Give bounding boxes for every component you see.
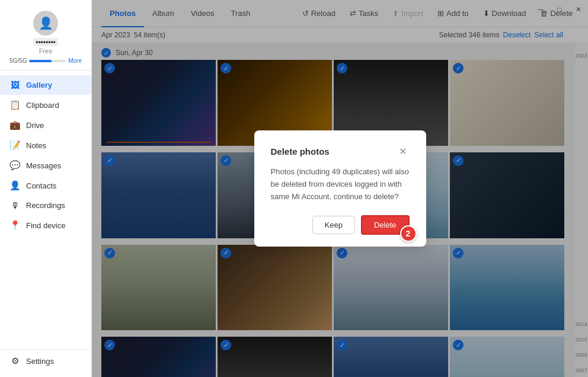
storage-bar-fill [29,60,51,62]
profile-tier: Free [39,47,53,55]
settings-label: Settings [26,357,54,366]
clipboard-icon: 📋 [9,100,20,110]
delete-confirm-button[interactable]: Delete 2 [361,215,410,235]
drive-icon: 💼 [9,120,20,130]
modal-body: Photos (including 49 duplicates) will al… [271,166,410,203]
find-device-icon: 📍 [9,220,20,231]
storage-label: 5G/5G [9,57,27,64]
contacts-icon: 👤 [9,180,20,191]
delete-confirm-label: Delete [374,221,397,229]
sidebar: 👤 •••••••• Free 5G/5G More 🖼 Gallery 📋 C… [0,0,92,377]
sidebar-item-notes-label: Notes [26,141,46,150]
storage-bar [29,60,66,62]
modal-header: Delete photos ✕ [271,145,410,158]
more-link[interactable]: More [68,57,82,64]
sidebar-item-contacts-label: Contacts [26,181,56,190]
notes-icon: 📝 [9,140,20,151]
profile-name: •••••••• [33,38,58,46]
sidebar-nav: 🖼 Gallery 📋 Clipboard 💼 Drive 📝 Notes 💬 … [0,71,91,349]
sidebar-item-gallery-label: Gallery [26,81,52,90]
keep-button[interactable]: Keep [312,216,355,234]
delete-modal: Delete photos ✕ Photos (including 49 dup… [254,130,426,246]
sidebar-item-find-device-label: Find device [26,221,65,230]
sidebar-item-contacts[interactable]: 👤 Contacts [0,175,91,196]
settings-icon: ⚙ [9,356,20,366]
sidebar-item-clipboard-label: Clipboard [26,101,59,110]
sidebar-item-clipboard[interactable]: 📋 Clipboard [0,95,91,115]
sidebar-item-notes[interactable]: 📝 Notes [0,135,91,155]
profile-section: 👤 •••••••• Free 5G/5G More [0,0,91,71]
sidebar-item-messages[interactable]: 💬 Messages [0,155,91,175]
settings-item[interactable]: ⚙ Settings [0,349,91,377]
sidebar-item-recordings[interactable]: 🎙 Recordings [0,196,91,215]
recordings-icon: 🎙 [9,200,20,210]
gallery-icon: 🖼 [9,80,20,90]
sidebar-item-gallery[interactable]: 🖼 Gallery [0,75,91,95]
modal-actions: Keep Delete 2 [271,215,410,235]
modal-title: Delete photos [271,146,330,156]
sidebar-item-recordings-label: Recordings [26,201,65,210]
avatar: 👤 [33,11,58,36]
modal-close-button[interactable]: ✕ [397,145,410,158]
modal-overlay: Delete photos ✕ Photos (including 49 dup… [92,0,588,377]
sidebar-item-messages-label: Messages [26,161,61,170]
main-content: Photos Album Videos Trash ↺ Reload ⇄ Tas… [92,0,588,377]
sidebar-item-drive[interactable]: 💼 Drive [0,115,91,135]
sidebar-item-drive-label: Drive [26,121,44,130]
sidebar-item-find-device[interactable]: 📍 Find device [0,215,91,235]
messages-icon: 💬 [9,160,20,171]
step-badge: 2 [400,225,417,242]
